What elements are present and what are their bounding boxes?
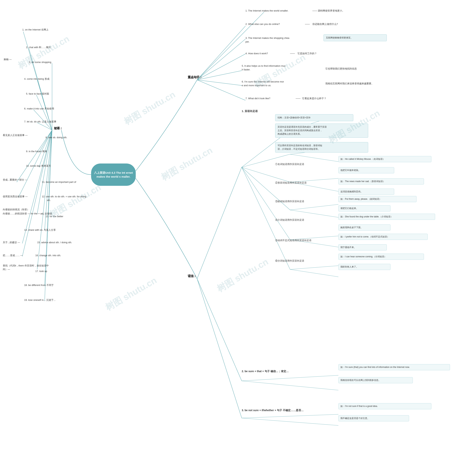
section3-ex1-cn-box: 我不确定这是否是个好主意。 xyxy=(339,415,409,421)
key-sentence-5-en: 5. It also helps us to find information … xyxy=(242,64,286,68)
sub5-ex1-box: 如：I prefer him not to come.（动词不定式短语） xyxy=(339,234,428,240)
sub2-ex1-box: 如：The news made her sad.（形容词短语） xyxy=(339,178,424,185)
phrase-5: 5. face to face 面对面 xyxy=(26,92,49,96)
phrase-3-prefix: 购物 — xyxy=(4,58,12,61)
key-sentences-label: 重点句子： xyxy=(188,76,202,79)
key-sentence-7-en: 7. What did it look like? xyxy=(246,97,270,100)
sub1-ex1-box: 如：He called it Mickey Mouse.（名词短语） xyxy=(339,156,431,162)
sub6-ex1-cn-box: 我听到有人来了。 xyxy=(339,264,391,270)
key-sentence-4-en: 4. How does it work? xyxy=(246,52,268,55)
sub5-label: ⑤动词不定式短语用作宾语补足语 xyxy=(275,239,311,242)
phrase-9: 9. in the future 将来 xyxy=(26,150,47,153)
grammar-label: 语法： xyxy=(188,275,196,278)
phrase-12: 12. use sth. to do sth. = use sth. for d… xyxy=(42,195,86,198)
grammar-section3-label: 3. be not sure + if/whether + 句子 不确定……是否… xyxy=(242,409,304,412)
section2-ex1-cn-box: 我相信你现在可以在网上找到很多信息。 xyxy=(339,377,413,383)
sub1-ex1-cn-box: 他把它叫做米老鼠。 xyxy=(339,167,394,173)
key-sentence-2-cn: 你还能在网上做些什么? xyxy=(312,22,338,26)
key-sentence-5-en2: h faster. xyxy=(242,68,250,71)
svg-line-15 xyxy=(22,130,52,256)
sub4-label: ④介词短语用作宾语补足语 xyxy=(275,218,304,222)
watermark: 树图 shutu.cn xyxy=(16,33,72,72)
key-sentence-1-en: 1. The Internet makes the world smaller. xyxy=(246,9,288,13)
svg-line-41 xyxy=(242,167,290,240)
sub2-label: ②形容词短语用作宾语补足语 xyxy=(275,181,307,185)
key-sentence-2-en: 2. What else can you do online? xyxy=(246,22,280,26)
sub1-label: ①名词短语用作宾语补足语 xyxy=(275,163,304,166)
phrase-19: 19. lose oneself in... 沉迷于... xyxy=(24,298,55,302)
sub4-ex1-box: 如：She found the dog under the table.（介词短… xyxy=(339,214,435,220)
phrase-15: 15. advice about sth. / doing sth. xyxy=(37,240,72,244)
center-node: 八上英语Unit 4.3 The Int ernet makes the wor… xyxy=(91,163,136,186)
svg-line-50 xyxy=(242,418,339,426)
grammar-desc1-box: 宾语补足语是谓语补充宾语的成分，通常置于宾语 之后。宾语和宾语补足语共同构成复合… xyxy=(275,124,368,138)
phrase-2: 2. chat with 和……聊天 xyxy=(26,45,51,49)
phrase-4: 4. come into being 形成 xyxy=(24,77,49,81)
key-sentence-3-cn-box: 互联网使购物变得更便宜。 xyxy=(323,34,387,41)
key-sentence-2-arrow: —— xyxy=(305,22,310,26)
svg-line-35 xyxy=(290,154,339,162)
svg-line-24 xyxy=(197,80,242,85)
sub5-ex1-cn-box: 我宁愿他不来。 xyxy=(339,244,387,250)
section2-ex1-box: 如：I'm sure (that) you can find lots of i… xyxy=(339,364,450,370)
phrase-16-prefix: 把……变成…… — xyxy=(3,254,23,257)
svg-line-48 xyxy=(242,381,339,390)
key-sentence-4-cn: 它是如何工作的？ xyxy=(297,52,317,55)
svg-line-23 xyxy=(197,71,242,80)
sub3-label: ③副词短语用作宾语补足语 xyxy=(275,200,304,203)
phrase-18: 18. be different from 不同于 xyxy=(24,283,54,287)
grammar-section1-label: 1. 宾语补足语 xyxy=(242,110,258,113)
svg-line-49 xyxy=(242,414,339,418)
watermark: 树图 shutu.cn xyxy=(159,144,215,183)
phrase-1: 1. on the Internet 在网上 xyxy=(22,28,48,32)
phrase-12b: sth. xyxy=(47,198,51,202)
watermark: 树图 shutu.cn xyxy=(215,256,271,295)
phrase-8: 8. see sb. doing sth. xyxy=(46,136,67,139)
sub2-ex1-cn-box: 这消息使她感到悲伤。 xyxy=(339,189,394,195)
svg-line-21 xyxy=(197,39,246,80)
key-sentence-7-arrow: —— xyxy=(296,97,301,100)
phrase-13: 13. for the better xyxy=(46,214,63,218)
phrase-7: 7. let sb. do sth. 让某人做某事 xyxy=(24,120,56,124)
phrase-13-prefix-bot: 向着较……的情况转变 — for the + adj. 比较级 xyxy=(3,212,52,215)
phrase-17: 17. look up xyxy=(35,269,47,273)
svg-line-27 xyxy=(197,279,242,381)
watermark: 树图 shutu.cn xyxy=(122,89,178,128)
svg-line-8 xyxy=(39,130,52,152)
phrase-10: 10. some day 将来某天 xyxy=(26,164,51,168)
svg-line-11 xyxy=(18,130,52,197)
svg-line-6 xyxy=(37,123,52,130)
sub6-label: ⑥分词短语用作宾语补足语 xyxy=(275,259,304,263)
svg-line-28 xyxy=(197,279,242,418)
key-sentence-5-cn: 它也帮助我们更快地找到信息 xyxy=(325,67,357,71)
svg-line-47 xyxy=(242,375,339,381)
key-sentence-7-cn: 它看起来是什么样子？ xyxy=(302,97,326,100)
svg-line-46 xyxy=(290,269,339,277)
key-sentence-3-en2: per. xyxy=(246,40,249,44)
svg-line-40 xyxy=(290,210,339,217)
svg-line-17 xyxy=(45,130,52,286)
sub3-ex1-box: 如：Put them away, please.（副词短语） xyxy=(339,196,417,202)
phrase-14: 14. share with sb. 与某人分享 xyxy=(24,228,56,232)
sub4-ex1-cn-box: 她发现狗在桌子下面。 xyxy=(339,224,391,231)
phrases-label: 短语： xyxy=(54,127,62,130)
mind-map-lines xyxy=(0,0,476,463)
svg-line-25 xyxy=(197,80,246,100)
svg-line-31 xyxy=(242,167,290,182)
phrase-12-prefix: 使用某东西去做某事 — xyxy=(3,195,28,198)
svg-line-26 xyxy=(197,167,242,279)
svg-line-38 xyxy=(242,167,290,210)
svg-line-14 xyxy=(22,130,52,243)
grammar-desc2-box: 可以用作宾语补足语的有名词短语，形容词短 语，介词短语，不定式短语和分词短语等。 xyxy=(275,142,368,152)
phrase-11: 11. become an important part of xyxy=(42,180,76,184)
key-sentence-6-cn: 我相信互联网对我们来说将变得越来越重要。 xyxy=(325,82,374,85)
phrase-16: 16. change sth. into sth. xyxy=(35,254,61,257)
key-sentence-4-arrow: —— xyxy=(290,52,295,55)
key-sentence-6-en: 6. I'm sure the Internet will become mor xyxy=(242,80,284,84)
svg-line-4 xyxy=(36,95,52,130)
key-sentence-6-en2: e and more important to us. xyxy=(242,84,271,87)
svg-line-20 xyxy=(197,26,246,80)
key-sentence-3-en: 3. The Internet makes the shopping chea xyxy=(246,36,289,40)
phrase-11-prefix: 变成...重要的一部分 — xyxy=(3,178,27,182)
watermark: 树图 shutu.cn xyxy=(103,274,159,313)
